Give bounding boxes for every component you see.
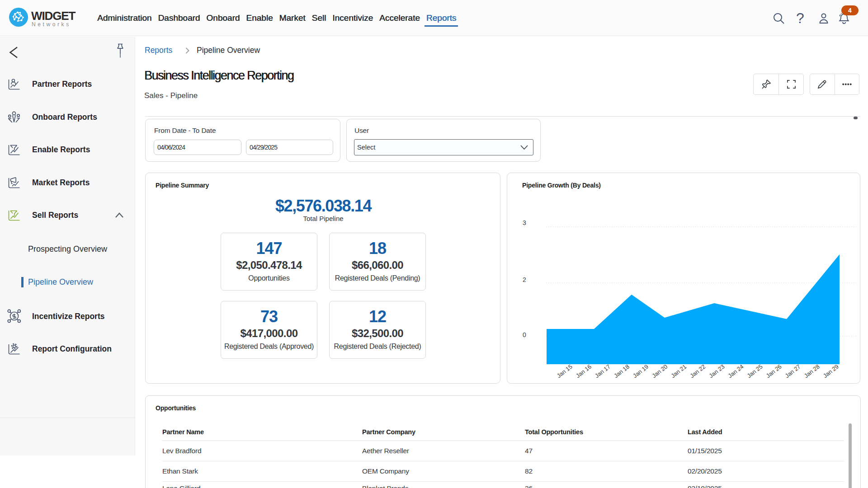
svg-text:3: 3 bbox=[523, 219, 526, 226]
svg-text:Jan 21: Jan 21 bbox=[670, 363, 688, 380]
svg-text:Jan 24: Jan 24 bbox=[726, 363, 745, 380]
svg-text:0: 0 bbox=[523, 331, 526, 338]
svg-text:Jan 19: Jan 19 bbox=[632, 363, 650, 380]
svg-text:Jan 29: Jan 29 bbox=[822, 363, 840, 380]
svg-text:Jan 16: Jan 16 bbox=[575, 363, 593, 380]
svg-text:2: 2 bbox=[523, 276, 526, 283]
svg-text:Jan 18: Jan 18 bbox=[613, 363, 631, 380]
svg-text:Jan 23: Jan 23 bbox=[708, 363, 726, 380]
svg-text:Jan 17: Jan 17 bbox=[594, 363, 612, 380]
svg-text:Jan 15: Jan 15 bbox=[556, 363, 574, 380]
svg-text:Jan 25: Jan 25 bbox=[746, 363, 764, 380]
svg-text:Jan 28: Jan 28 bbox=[803, 363, 821, 380]
svg-text:Jan 27: Jan 27 bbox=[784, 363, 802, 380]
svg-text:Jan 26: Jan 26 bbox=[765, 363, 783, 380]
svg-text:Jan 20: Jan 20 bbox=[651, 363, 669, 380]
svg-text:Jan 22: Jan 22 bbox=[689, 363, 707, 380]
